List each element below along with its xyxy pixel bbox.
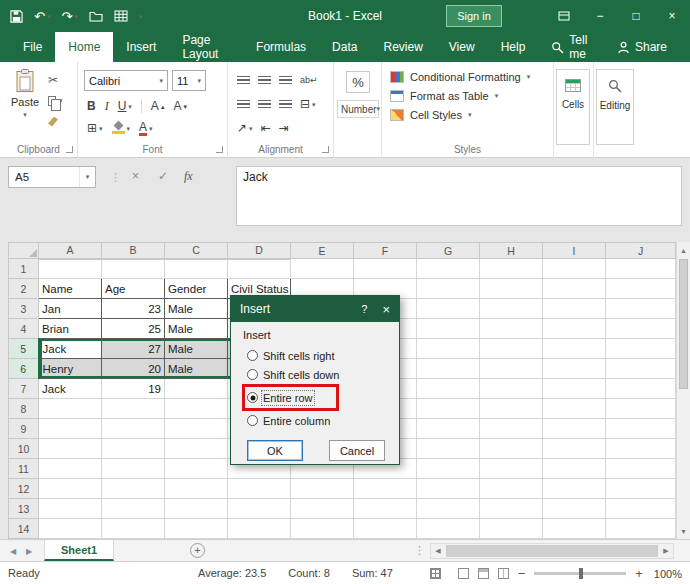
cell-F13[interactable] [354, 499, 417, 519]
normal-view-button[interactable] [458, 568, 469, 579]
zoom-slider[interactable] [534, 572, 626, 575]
column-header-C[interactable]: C [165, 243, 228, 259]
cell-I8[interactable] [543, 399, 606, 419]
cell-B7[interactable]: 19 [102, 379, 165, 399]
alignment-dialog-launcher[interactable] [322, 146, 329, 153]
cell-C1[interactable] [165, 259, 228, 279]
cell-A8[interactable] [39, 399, 102, 419]
row-header-6[interactable]: 6 [9, 359, 39, 379]
row-header-3[interactable]: 3 [9, 299, 39, 319]
column-header-E[interactable]: E [291, 243, 354, 259]
cell-E14[interactable] [291, 519, 354, 539]
align-bottom-button[interactable] [279, 76, 292, 85]
cell-G5[interactable] [417, 339, 480, 359]
display-settings-icon[interactable] [430, 568, 441, 579]
cell-H4[interactable] [480, 319, 543, 339]
font-dialog-launcher[interactable] [216, 146, 223, 153]
cell-A13[interactable] [39, 499, 102, 519]
cell-A14[interactable] [39, 519, 102, 539]
add-sheet-button[interactable]: + [190, 543, 205, 558]
cell-styles-button[interactable]: Cell Styles▾ [390, 109, 530, 121]
table-tool-button[interactable] [114, 10, 128, 22]
select-all-button[interactable] [9, 243, 39, 259]
cell-I13[interactable] [543, 499, 606, 519]
cell-E1[interactable] [291, 259, 354, 279]
cell-J4[interactable] [606, 319, 676, 339]
cell-H1[interactable] [480, 259, 543, 279]
cell-G2[interactable] [417, 279, 480, 299]
cell-C12[interactable] [165, 479, 228, 499]
tab-share[interactable]: Share [604, 32, 680, 62]
cell-H12[interactable] [480, 479, 543, 499]
cell-C2[interactable]: Gender [165, 279, 228, 299]
cell-I9[interactable] [543, 419, 606, 439]
previous-sheet-button[interactable]: ◀ [10, 540, 16, 562]
column-header-G[interactable]: G [417, 243, 480, 259]
open-file-button[interactable] [89, 10, 103, 22]
font-color-button[interactable]: A▾ [139, 121, 153, 136]
cancel-entry-button[interactable]: × [132, 170, 139, 182]
cell-I7[interactable] [543, 379, 606, 399]
cell-J5[interactable] [606, 339, 676, 359]
cell-I11[interactable] [543, 459, 606, 479]
confirm-entry-button[interactable]: ✓ [158, 170, 168, 182]
cell-G9[interactable] [417, 419, 480, 439]
fill-color-button[interactable]: ▾ [112, 122, 131, 134]
row-header-11[interactable]: 11 [9, 459, 39, 479]
cell-J13[interactable] [606, 499, 676, 519]
column-header-J[interactable]: J [606, 243, 676, 259]
cell-A1[interactable] [39, 259, 102, 279]
cell-I1[interactable] [543, 259, 606, 279]
cell-G3[interactable] [417, 299, 480, 319]
cell-C5[interactable]: Male [165, 339, 228, 359]
cell-E12[interactable] [291, 479, 354, 499]
column-header-F[interactable]: F [354, 243, 417, 259]
sheet-tab-sheet1[interactable]: Sheet1 [44, 540, 114, 561]
cell-H3[interactable] [480, 299, 543, 319]
cell-A11[interactable] [39, 459, 102, 479]
cell-D13[interactable] [228, 499, 291, 519]
decrease-indent-button[interactable]: ⇤ [261, 122, 271, 134]
cell-I6[interactable] [543, 359, 606, 379]
radio-shift-cells-right[interactable]: Shift cells right [247, 346, 335, 365]
cell-J7[interactable] [606, 379, 676, 399]
cell-B13[interactable] [102, 499, 165, 519]
cell-H6[interactable] [480, 359, 543, 379]
cell-I3[interactable] [543, 299, 606, 319]
row-header-4[interactable]: 4 [9, 319, 39, 339]
tab-file[interactable]: File [10, 32, 55, 62]
borders-button[interactable]: ⊞▾ [87, 122, 103, 134]
cell-F12[interactable] [354, 479, 417, 499]
copy-button[interactable]: ▾ [48, 94, 63, 107]
cell-C8[interactable] [165, 399, 228, 419]
cell-C14[interactable] [165, 519, 228, 539]
cell-F14[interactable] [354, 519, 417, 539]
zoom-level[interactable]: 100% [654, 568, 682, 580]
cell-E13[interactable] [291, 499, 354, 519]
column-header-I[interactable]: I [543, 243, 606, 259]
cell-G8[interactable] [417, 399, 480, 419]
vertical-scroll-thumb[interactable] [679, 259, 688, 389]
bold-button[interactable]: B [87, 100, 96, 112]
cell-J2[interactable] [606, 279, 676, 299]
cells-button[interactable]: Cells [556, 69, 590, 145]
insert-function-button[interactable]: fx [184, 170, 193, 182]
percent-style-button[interactable]: % [346, 71, 370, 93]
cell-A4[interactable]: Brian [39, 319, 102, 339]
cell-J8[interactable] [606, 399, 676, 419]
cell-J11[interactable] [606, 459, 676, 479]
tab-review[interactable]: Review [370, 32, 435, 62]
cell-A7[interactable]: Jack [39, 379, 102, 399]
cell-A10[interactable] [39, 439, 102, 459]
row-header-14[interactable]: 14 [9, 519, 39, 539]
cell-D12[interactable] [228, 479, 291, 499]
cell-H7[interactable] [480, 379, 543, 399]
column-header-B[interactable]: B [102, 243, 165, 259]
minimize-button[interactable]: − [582, 0, 618, 32]
cell-I5[interactable] [543, 339, 606, 359]
cell-H14[interactable] [480, 519, 543, 539]
cell-B14[interactable] [102, 519, 165, 539]
row-header-1[interactable]: 1 [9, 259, 39, 279]
cell-C11[interactable] [165, 459, 228, 479]
format-as-table-button[interactable]: Format as Table▾ [390, 90, 530, 102]
